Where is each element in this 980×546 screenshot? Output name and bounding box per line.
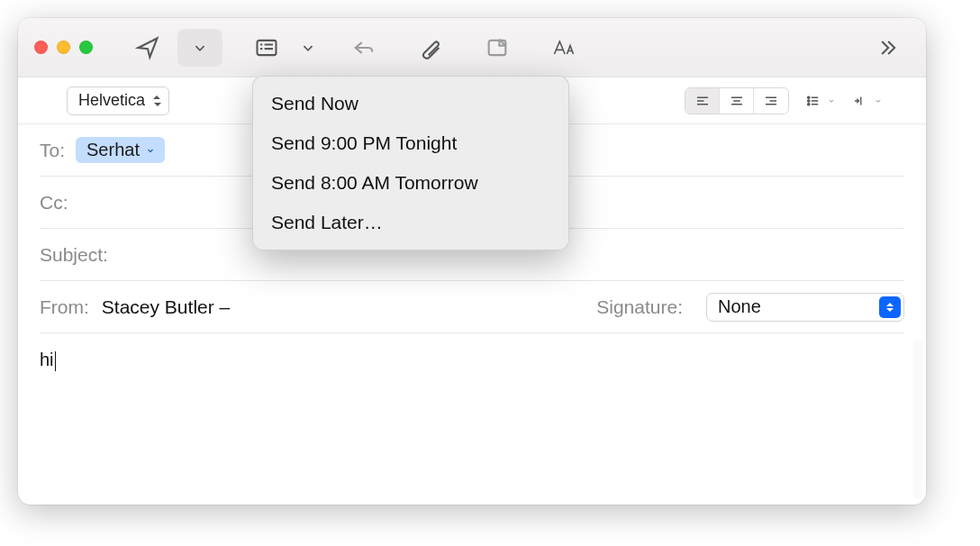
align-center-button[interactable]	[720, 88, 754, 114]
svg-point-15	[808, 96, 810, 98]
toolbar	[18, 18, 926, 77]
signature-label: Signature:	[596, 296, 683, 318]
align-center-icon	[729, 93, 745, 109]
font-family-select[interactable]: Helvetica	[67, 86, 169, 115]
chevrons-right-icon	[875, 35, 900, 60]
cc-label: Cc:	[40, 192, 68, 214]
window-controls	[34, 41, 93, 54]
send-button[interactable]	[125, 29, 170, 67]
attach-button[interactable]	[408, 29, 453, 67]
indent-dropdown[interactable]	[852, 93, 883, 109]
svg-point-19	[808, 103, 810, 105]
chevron-down-icon	[298, 38, 318, 58]
markup-icon	[485, 35, 510, 60]
chevron-down-icon	[827, 96, 836, 105]
stepper-icon	[879, 296, 901, 318]
send-options-menu: Send Now Send 9:00 PM Tonight Send 8:00 …	[252, 76, 569, 250]
text-cursor	[55, 351, 56, 371]
paperclip-icon	[418, 35, 443, 60]
format-button[interactable]	[541, 29, 586, 67]
minimize-window-button[interactable]	[57, 41, 70, 54]
compose-window: Helvetica To: Serhat	[18, 18, 926, 505]
paper-plane-icon	[135, 35, 160, 60]
menu-item-send-now[interactable]: Send Now	[253, 84, 568, 123]
chevron-down-icon	[190, 38, 210, 58]
text-align-group	[685, 87, 789, 114]
chevron-down-icon	[145, 145, 156, 156]
body-scrollbar[interactable]	[913, 339, 922, 499]
menu-item-send-tonight[interactable]: Send 9:00 PM Tonight	[253, 123, 568, 163]
svg-rect-0	[258, 40, 277, 54]
signature-select[interactable]: None	[706, 293, 904, 322]
menu-item-send-later[interactable]: Send Later…	[253, 203, 568, 242]
markup-button[interactable]	[475, 29, 520, 67]
send-options-dropdown-button[interactable]	[177, 29, 222, 67]
to-label: To:	[40, 140, 65, 161]
recipient-chip[interactable]: Serhat	[76, 137, 165, 163]
subject-label: Subject:	[40, 244, 108, 266]
message-body[interactable]: hi	[18, 333, 926, 505]
font-family-value: Helvetica	[78, 91, 145, 110]
recipient-name: Serhat	[86, 140, 140, 160]
list-card-icon	[254, 35, 279, 60]
body-text: hi	[40, 350, 54, 369]
signature-value: None	[718, 296, 761, 317]
font-aa-icon	[551, 35, 576, 60]
list-style-dropdown[interactable]	[805, 93, 836, 109]
header-fields-dropdown[interactable]	[296, 29, 320, 67]
bullet-list-icon	[805, 93, 821, 109]
svg-point-17	[808, 99, 810, 101]
chevron-down-icon	[874, 96, 883, 105]
zoom-window-button[interactable]	[79, 41, 93, 54]
from-field-row: From: Stacey Butler – Signature: None	[40, 281, 904, 333]
reply-arrow-icon	[351, 35, 377, 60]
reply-button[interactable]	[341, 29, 386, 67]
indent-icon	[852, 93, 868, 109]
menu-item-send-tomorrow[interactable]: Send 8:00 AM Tomorrow	[253, 163, 568, 203]
from-value[interactable]: Stacey Butler –	[102, 296, 230, 318]
close-window-button[interactable]	[34, 41, 48, 54]
align-left-button[interactable]	[685, 88, 720, 114]
header-fields-button[interactable]	[244, 29, 289, 67]
align-left-icon	[694, 93, 711, 109]
align-right-button[interactable]	[754, 88, 788, 114]
from-label: From:	[40, 296, 89, 318]
toolbar-overflow-button[interactable]	[865, 29, 910, 67]
align-right-icon	[763, 93, 779, 109]
